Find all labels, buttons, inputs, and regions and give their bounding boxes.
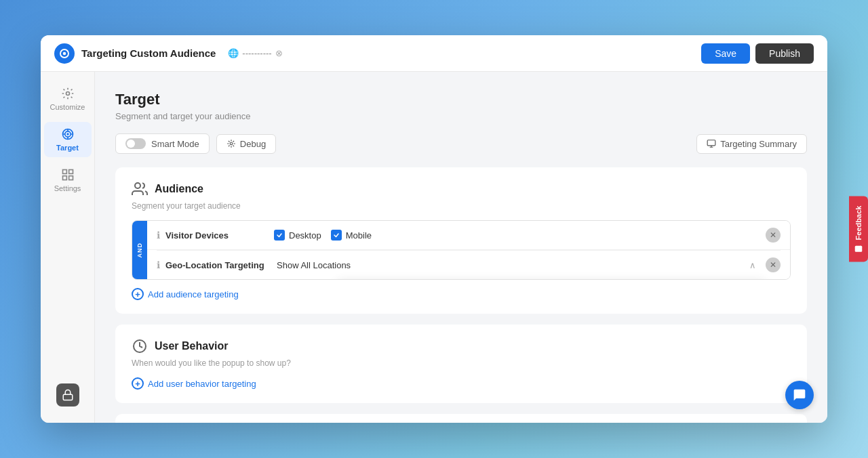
app-header: Targeting Custom Audience 🌐 ---------- ⊗… [41, 35, 827, 72]
feedback-label: Feedback [854, 206, 863, 241]
debug-label: Debug [240, 139, 266, 149]
audience-rows-list: ℹ Visitor Devices Desktop [147, 221, 790, 279]
chevron-up-icon: ∧ [749, 260, 756, 270]
header-url: 🌐 ---------- ⊗ [228, 48, 282, 58]
sidebar-item-settings[interactable]: Settings [44, 163, 92, 198]
add-user-behavior-label: Add user behavior targeting [148, 379, 256, 389]
visitor-devices-controls: Desktop Mobile [274, 230, 759, 241]
user-behavior-title: User Behavior [155, 340, 229, 352]
chat-button[interactable] [785, 381, 814, 409]
sidebar-item-target[interactable]: Target [44, 122, 92, 157]
svg-rect-12 [707, 140, 715, 146]
and-label: AND [136, 243, 143, 258]
visitor-devices-label: Visitor Devices [165, 230, 274, 241]
url-text: ---------- [242, 48, 271, 58]
svg-rect-7 [68, 170, 73, 174]
globe-icon: 🌐 [228, 48, 239, 58]
app-title: Targeting Custom Audience [81, 47, 216, 59]
add-user-behavior-icon: + [132, 377, 144, 390]
svg-rect-9 [68, 176, 73, 180]
audience-section: Audience Segment your target audience AN… [115, 167, 807, 314]
page-subtitle: Segment and target your audience [115, 111, 807, 121]
desktop-checkbox[interactable] [274, 230, 285, 241]
audience-rows-wrapper: AND ℹ Visitor Devices [132, 220, 791, 280]
audience-title: Audience [155, 183, 203, 195]
audience-desc: Segment your target audience [132, 201, 791, 211]
page-title: Target [115, 91, 807, 108]
svg-point-5 [67, 133, 68, 135]
add-audience-label: Add audience targeting [148, 289, 239, 299]
user-behavior-desc: When would you like the popup to show up… [132, 358, 791, 368]
frequency-section: Frequency Settings When would you like t… [115, 414, 807, 423]
geo-remove-button[interactable]: ✕ [766, 257, 781, 272]
smart-mode-toggle[interactable] [125, 138, 146, 149]
sidebar-label-customize: Customize [50, 103, 85, 111]
visitor-devices-remove-button[interactable]: ✕ [766, 228, 781, 243]
feedback-button[interactable]: Feedback [849, 196, 868, 262]
sidebar-label-settings: Settings [54, 184, 81, 192]
audience-header: Audience [132, 181, 791, 197]
svg-point-13 [135, 183, 140, 188]
user-behavior-section: User Behavior When would you like the po… [115, 325, 807, 403]
mobile-checkbox[interactable] [331, 230, 342, 241]
sidebar: Customize Target Settings [41, 72, 95, 423]
sidebar-item-customize[interactable]: Customize [44, 81, 92, 117]
geo-dropdown-menu: Show All Locations Show in these locatio… [337, 279, 766, 280]
save-button[interactable]: Save [701, 43, 750, 64]
sidebar-avatar-button[interactable] [56, 383, 79, 407]
geo-select-control[interactable]: Show All Locations ∧ [274, 260, 759, 270]
visitor-devices-row: ℹ Visitor Devices Desktop [147, 221, 790, 250]
svg-point-1 [63, 51, 66, 55]
mobile-checkbox-item[interactable]: Mobile [331, 230, 372, 241]
and-bar: AND [132, 221, 147, 279]
geo-selected-value: Show All Locations [277, 260, 351, 270]
app-window: Targeting Custom Audience 🌐 ---------- ⊗… [41, 35, 827, 423]
toolbar: Smart Mode Debug Targeting Summary [115, 133, 807, 154]
user-behavior-header: User Behavior [132, 338, 791, 354]
svg-point-2 [66, 92, 69, 96]
targeting-summary-button[interactable]: Targeting Summary [696, 134, 807, 154]
geo-location-row: ℹ Geo-Location Targeting Show All Locati… [147, 251, 790, 279]
publish-button[interactable]: Publish [755, 43, 814, 64]
main-content: Target Segment and target your audience … [95, 72, 827, 423]
visitor-devices-info-icon: ℹ [157, 230, 160, 241]
audience-icon [132, 181, 148, 197]
smart-mode-button[interactable]: Smart Mode [115, 133, 210, 154]
url-check-icon: ⊗ [275, 48, 283, 58]
app-logo [54, 43, 75, 64]
svg-rect-6 [62, 170, 66, 174]
add-audience-icon: + [132, 288, 144, 300]
body-wrap: Customize Target Settings [41, 72, 827, 423]
desktop-label: Desktop [289, 230, 321, 241]
svg-point-11 [230, 142, 233, 145]
add-audience-targeting-link[interactable]: + Add audience targeting [132, 288, 791, 300]
smart-mode-label: Smart Mode [151, 139, 199, 149]
user-behavior-icon [132, 338, 148, 354]
geo-label: Geo-Location Targeting [165, 260, 274, 270]
geo-info-icon: ℹ [157, 259, 160, 270]
targeting-summary-label: Targeting Summary [720, 139, 797, 149]
svg-rect-8 [62, 176, 66, 180]
add-user-behavior-link[interactable]: + Add user behavior targeting [132, 377, 791, 390]
desktop-checkbox-item[interactable]: Desktop [274, 230, 321, 241]
svg-rect-10 [63, 394, 73, 400]
mobile-label: Mobile [346, 230, 372, 241]
sidebar-label-target: Target [56, 144, 79, 152]
debug-button[interactable]: Debug [216, 134, 276, 154]
